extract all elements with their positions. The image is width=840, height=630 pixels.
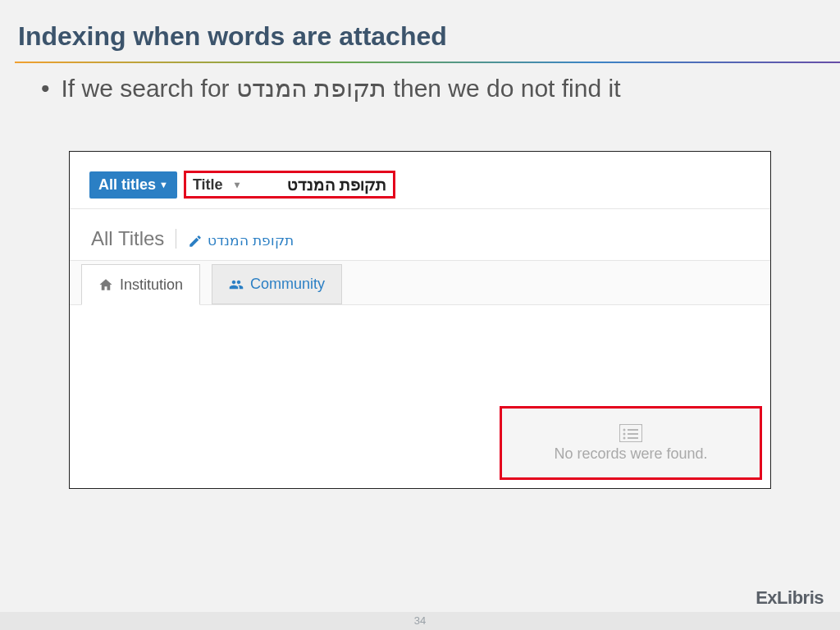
tab-bar: Institution Community: [70, 260, 770, 305]
scope-label: All titles: [98, 176, 156, 194]
svg-rect-2: [628, 429, 638, 431]
page-number: 34: [0, 612, 840, 630]
people-icon: [229, 277, 244, 292]
tab-community-label: Community: [250, 276, 325, 293]
field-dropdown[interactable]: Title ▾: [193, 176, 259, 194]
svg-rect-6: [628, 437, 638, 439]
bullet-text-post: then we do not find it: [386, 75, 620, 102]
results-term-chip[interactable]: תקופת המנדט: [188, 232, 294, 249]
results-term-text: תקופת המנדט: [208, 232, 294, 249]
svg-point-5: [623, 436, 626, 439]
tab-community[interactable]: Community: [212, 264, 342, 304]
search-input[interactable]: תקופת המנדט: [259, 175, 387, 194]
bullet-item: • If we search for תקופת המנדט then we d…: [41, 71, 799, 106]
search-highlight-box: Title ▾ תקופת המנדט: [184, 171, 395, 199]
logo-part1: Ex: [756, 587, 777, 608]
svg-rect-4: [628, 433, 638, 435]
results-heading: All Titles: [91, 227, 164, 250]
exlibris-logo: ExLibris: [756, 587, 824, 609]
slide-title: Indexing when words are attached: [0, 0, 840, 62]
vertical-divider: [176, 229, 176, 249]
svg-point-3: [623, 432, 626, 435]
tab-institution[interactable]: Institution: [81, 264, 200, 305]
search-ui-screenshot: All titles ▼ Title ▾ תקופת המנדט All Tit…: [69, 151, 771, 489]
bullet-text-hebrew: תקופת המנדט: [236, 75, 386, 102]
results-header: All Titles תקופת המנדט: [70, 209, 770, 260]
field-label: Title: [193, 176, 223, 194]
caret-down-icon: ▼: [159, 180, 168, 189]
no-records-text: No records were found.: [554, 445, 707, 463]
search-bar: All titles ▼ Title ▾ תקופת המנדט: [70, 152, 770, 199]
bullet-list: • If we search for תקופת המנדט then we d…: [0, 63, 840, 106]
tab-institution-label: Institution: [120, 276, 183, 294]
scope-dropdown[interactable]: All titles ▼: [89, 171, 177, 199]
bullet-text: If we search for תקופת המנדט then we do …: [62, 71, 621, 106]
bullet-text-pre: If we search for: [62, 75, 236, 102]
pencil-icon: [188, 234, 203, 249]
svg-point-1: [623, 428, 626, 431]
home-icon: [98, 277, 113, 292]
caret-down-icon: ▾: [235, 179, 240, 190]
list-icon: [619, 424, 642, 442]
bullet-dot-icon: •: [41, 71, 50, 106]
logo-part2: Libris: [777, 587, 824, 608]
no-records-panel: No records were found.: [500, 406, 762, 480]
